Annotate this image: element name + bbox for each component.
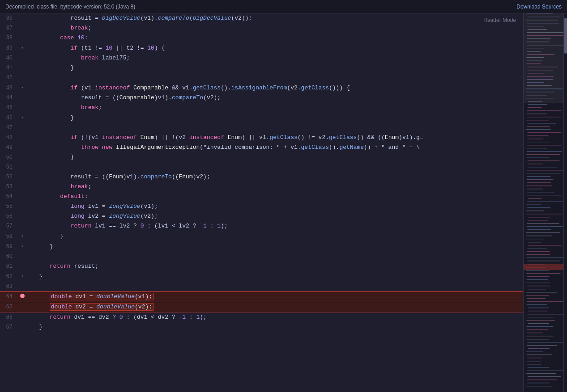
gutter-cell — [18, 53, 27, 63]
code-line: break; — [27, 103, 523, 113]
gutter-cell: ▾ — [18, 43, 27, 53]
gutter-cell: ▾ — [18, 231, 27, 241]
table-row: 58 ▾ } — [0, 231, 523, 241]
top-bar-info: Decompiled .class file, bytecode version… — [5, 4, 135, 10]
table-row: 53 break; — [0, 182, 523, 192]
gutter-cell — [18, 221, 27, 231]
line-number: 65 — [0, 302, 18, 312]
code-content[interactable]: 36 result = bigDecValue(v1).compareTo(bi… — [0, 13, 523, 392]
table-row: 64 double dv1 = doubleValue(v1); — [0, 292, 523, 302]
code-line — [27, 123, 523, 133]
line-number: 45 — [0, 103, 18, 113]
gutter-cell — [18, 152, 27, 162]
table-row: 46 ▾ } — [0, 113, 523, 123]
scrollbar-track[interactable] — [563, 13, 567, 392]
line-number: 40 — [0, 53, 18, 63]
gutter-cell — [18, 261, 27, 271]
gutter-cell — [18, 33, 27, 43]
code-line — [27, 73, 523, 83]
code-line: break; — [27, 182, 523, 192]
gutter-cell — [18, 292, 27, 302]
gutter-cell — [18, 192, 27, 202]
line-number: 41 — [0, 63, 18, 73]
table-row: 45 break; — [0, 103, 523, 113]
gutter-cell: ▾ — [18, 271, 27, 282]
line-number: 58 — [0, 231, 18, 241]
table-row: 67 } — [0, 322, 523, 332]
table-row: 59 ▾ } — [0, 241, 523, 252]
gutter-cell — [18, 23, 27, 33]
table-row: 50 } — [0, 152, 523, 162]
line-number: 46 — [0, 113, 18, 123]
table-row: 43 ▾ if (v1 instanceof Comparable && v1.… — [0, 83, 523, 93]
minimap-canvas — [524, 13, 563, 392]
code-line: result = ((Enum)v1).compareTo((Enum)v2); — [27, 172, 523, 182]
line-number: 56 — [0, 211, 18, 221]
line-number: 67 — [0, 322, 18, 332]
code-line: return dv1 == dv2 ? 0 : (dv1 < dv2 ? -1 … — [27, 312, 523, 323]
line-number: 66 — [0, 312, 18, 323]
code-line: throw new IllegalArgumentException("inva… — [27, 143, 523, 152]
gutter-cell — [18, 162, 27, 172]
line-number: 39 — [0, 43, 18, 53]
gutter-cell — [18, 302, 27, 312]
code-line: } — [27, 113, 523, 123]
table-row: 47 — [0, 123, 523, 133]
top-bar: Decompiled .class file, bytecode version… — [0, 0, 567, 13]
line-number: 36 — [0, 13, 18, 23]
gutter-cell — [18, 63, 27, 73]
line-number: 61 — [0, 261, 18, 271]
gutter-cell — [18, 133, 27, 143]
code-line: if (!(v1 instanceof Enum) || !(v2 instan… — [27, 133, 523, 143]
line-number: 47 — [0, 123, 18, 133]
code-line: default: — [27, 192, 523, 202]
line-number: 60 — [0, 252, 18, 261]
table-row: 63 — [0, 282, 523, 292]
code-line: double dv1 = doubleValue(v1); — [27, 292, 523, 302]
line-number: 59 — [0, 241, 18, 252]
code-line: return result; — [27, 261, 523, 271]
code-line: double dv2 = doubleValue(v2); — [27, 302, 523, 312]
line-number: 55 — [0, 202, 18, 211]
download-sources-link[interactable]: Download Sources — [516, 4, 562, 10]
gutter-cell — [18, 211, 27, 221]
code-area: Reader Mode 36 result = bigDecValue(v1).… — [0, 13, 523, 392]
scrollbar-thumb[interactable] — [564, 18, 567, 54]
line-number: 52 — [0, 172, 18, 182]
table-row: 40 break label75; — [0, 53, 523, 63]
code-line: } — [27, 152, 523, 162]
gutter-cell — [18, 103, 27, 113]
gutter-cell — [18, 172, 27, 182]
table-row: 44 result = ((Comparable)v1).compareTo(v… — [0, 93, 523, 103]
line-number: 57 — [0, 221, 18, 231]
breakpoint-indicator — [20, 294, 25, 298]
code-line: result = ((Comparable)v1).compareTo(v2); — [27, 93, 523, 103]
reader-mode-button[interactable]: Reader Mode — [483, 17, 516, 23]
gutter-cell: ▾ — [18, 113, 27, 123]
line-number: 50 — [0, 152, 18, 162]
line-number: 43 — [0, 83, 18, 93]
code-line — [27, 282, 523, 292]
table-row: 61 return result; — [0, 261, 523, 271]
line-number: 48 — [0, 133, 18, 143]
table-row: 62 ▾ } — [0, 271, 523, 282]
table-row: 37 break; — [0, 23, 523, 33]
minimap[interactable] — [523, 13, 563, 392]
gutter-cell — [18, 202, 27, 211]
gutter-cell — [18, 322, 27, 332]
table-row: 55 long lv1 = longValue(v1); — [0, 202, 523, 211]
code-line: if (t1 != 10 || t2 != 10) { — [27, 43, 523, 53]
code-line: break label75; — [27, 53, 523, 63]
table-row: 52 result = ((Enum)v1).compareTo((Enum)v… — [0, 172, 523, 182]
table-row: 49 throw new IllegalArgumentException("i… — [0, 143, 523, 152]
gutter-cell — [18, 143, 27, 152]
table-row: 39 ▾ if (t1 != 10 || t2 != 10) { — [0, 43, 523, 53]
gutter-cell — [18, 13, 27, 23]
gutter-cell — [18, 312, 27, 323]
table-row: 36 result = bigDecValue(v1).compareTo(bi… — [0, 13, 523, 23]
gutter-cell: ▾ — [18, 241, 27, 252]
code-line — [27, 162, 523, 172]
table-row: 48 if (!(v1 instanceof Enum) || !(v2 ins… — [0, 133, 523, 143]
table-row: 60 — [0, 252, 523, 261]
table-row: 38 case 10: — [0, 33, 523, 43]
